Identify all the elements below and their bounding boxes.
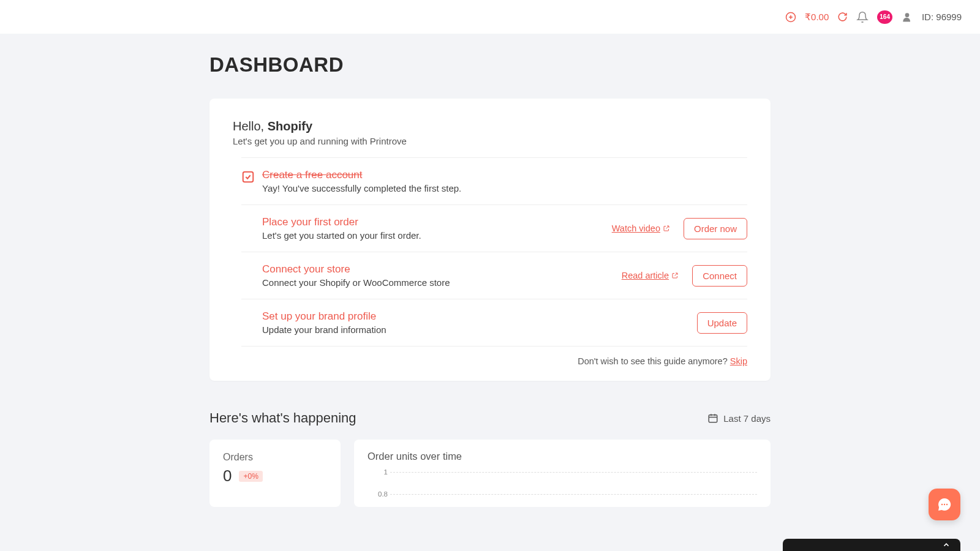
svg-rect-5 — [709, 415, 718, 422]
calendar-icon — [707, 413, 718, 424]
happening-title: Here's what's happening — [209, 410, 356, 426]
step-desc: Connect your Shopify or WooCommerce stor… — [262, 277, 622, 288]
add-balance-button[interactable] — [785, 12, 796, 23]
period-label: Last 7 days — [723, 413, 771, 424]
notification-badge[interactable]: 164 — [877, 10, 892, 24]
stat-value: 0 — [223, 467, 232, 485]
step-desc: Yay! You've successfully completed the f… — [262, 183, 747, 193]
step-desc: Update your brand information — [262, 324, 697, 335]
check-icon — [241, 170, 255, 184]
step-link[interactable]: Watch video — [612, 223, 670, 233]
step-desc: Let's get you started on your first orde… — [262, 230, 612, 241]
onboarding-step: Connect your storeConnect your Shopify o… — [241, 252, 747, 299]
chart-title: Order units over time — [368, 451, 757, 462]
y-tick: 1 — [377, 468, 388, 476]
svg-rect-4 — [243, 172, 254, 182]
balance-amount[interactable]: ₹0.00 — [805, 12, 829, 23]
step-title: Place your first order — [262, 216, 612, 228]
bell-icon[interactable] — [856, 11, 869, 23]
stat-delta: +0% — [239, 471, 262, 482]
y-tick: 0.8 — [377, 490, 388, 498]
external-link-icon — [663, 225, 670, 232]
step-actions: Update — [697, 312, 747, 334]
svg-point-9 — [941, 504, 943, 505]
happening-header: Here's what's happening Last 7 days — [209, 410, 771, 426]
step-placeholder-icon — [241, 217, 255, 231]
step-action-button[interactable]: Update — [697, 312, 747, 334]
orders-stat-card[interactable]: Orders 0 +0% — [209, 440, 341, 507]
external-link-icon — [671, 272, 679, 279]
onboarding-step: Set up your brand profileUpdate your bra… — [241, 299, 747, 347]
onboarding-step: Place your first orderLet's get you star… — [241, 204, 747, 252]
onboarding-card: Hello, Shopify Let's get you up and runn… — [209, 99, 771, 381]
onboarding-step: Create a free accountYay! You've success… — [241, 157, 747, 204]
skip-prompt: Don't wish to see this guide anymore? — [578, 356, 730, 366]
chevron-up-icon — [942, 541, 951, 549]
skip-link[interactable]: Skip — [730, 356, 747, 366]
skip-row: Don't wish to see this guide anymore? Sk… — [233, 356, 747, 366]
svg-point-3 — [905, 13, 910, 17]
top-header: ₹0.00 164 ID: 96999 — [0, 0, 980, 34]
svg-point-10 — [944, 504, 945, 505]
svg-point-11 — [946, 504, 948, 505]
user-id: ID: 96999 — [922, 12, 962, 22]
period-selector[interactable]: Last 7 days — [707, 413, 771, 424]
greeting: Hello, Shopify — [233, 119, 747, 133]
step-actions: Read articleConnect — [622, 265, 747, 287]
chat-icon — [937, 497, 952, 512]
bottom-panel[interactable] — [783, 539, 960, 551]
refresh-button[interactable] — [837, 12, 848, 22]
user-icon[interactable] — [901, 11, 913, 23]
greeting-name: Shopify — [268, 119, 312, 133]
step-placeholder-icon — [241, 312, 255, 325]
step-action-button[interactable]: Order now — [684, 218, 747, 239]
step-title: Connect your store — [262, 263, 622, 276]
step-action-button[interactable]: Connect — [692, 265, 747, 287]
step-placeholder-icon — [241, 264, 255, 278]
chat-fab[interactable] — [929, 489, 960, 520]
greeting-subtitle: Let's get you up and running with Printr… — [233, 136, 747, 146]
page-title: DASHBOARD — [209, 53, 771, 77]
step-actions: Watch videoOrder now — [612, 218, 747, 239]
step-link[interactable]: Read article — [622, 271, 679, 280]
step-title: Create a free account — [262, 169, 747, 181]
step-title: Set up your brand profile — [262, 310, 697, 323]
chart-card: Order units over time 1 0.8 — [354, 440, 771, 507]
greeting-prefix: Hello, — [233, 119, 268, 133]
stat-label: Orders — [223, 452, 327, 463]
